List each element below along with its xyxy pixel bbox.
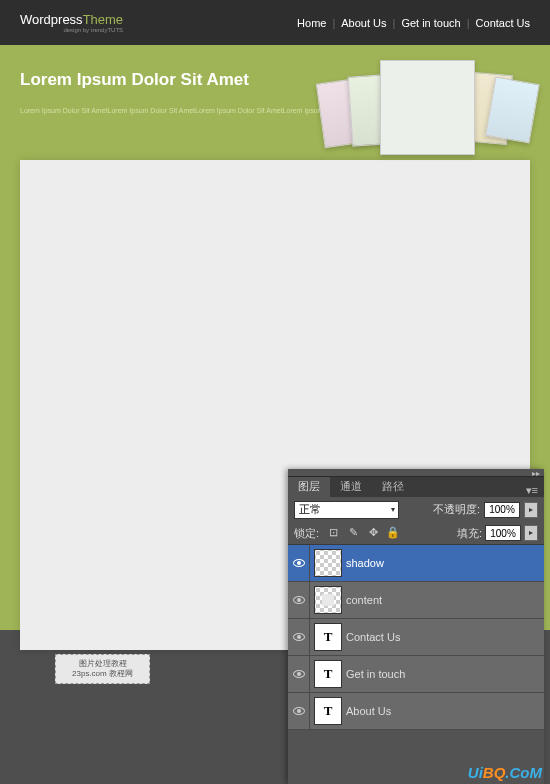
layers-panel: ▸▸ 图层 通道 路径 ▾≡ 正常 不透明度: ▸ 锁定: ⊡ ✎ ✥ 🔒 填充… — [288, 469, 544, 784]
visibility-toggle[interactable] — [288, 693, 310, 729]
template-thumbnail — [485, 77, 540, 144]
nav-contact[interactable]: Contact Us — [476, 17, 530, 29]
blend-mode-row: 正常 不透明度: ▸ — [288, 497, 544, 522]
layer-name: Contact Us — [346, 631, 400, 643]
nav-home[interactable]: Home — [297, 17, 326, 29]
layer-list: shadow content T Contact Us T Get in tou… — [288, 545, 544, 730]
lock-label: 锁定: — [294, 526, 319, 541]
lock-position-icon[interactable]: ✥ — [366, 526, 380, 540]
site-watermark-brand: UiBQ.CoM — [468, 764, 542, 781]
opacity-flyout-button[interactable]: ▸ — [524, 502, 538, 518]
eye-icon — [293, 559, 305, 567]
text-layer-icon[interactable]: T — [314, 660, 342, 688]
layer-name: shadow — [346, 557, 384, 569]
logo-tagline: design by trendyTUTS — [20, 27, 123, 33]
nav-about[interactable]: About Us — [341, 17, 386, 29]
visibility-toggle[interactable] — [288, 619, 310, 655]
layer-name: About Us — [346, 705, 391, 717]
logo-word-1: Wordpress — [20, 12, 83, 27]
lock-row: 锁定: ⊡ ✎ ✥ 🔒 填充: ▸ — [288, 522, 544, 545]
fill-input[interactable] — [485, 525, 521, 541]
panel-menu-icon[interactable]: ▾≡ — [520, 484, 544, 497]
watermark-line2: 23ps.com 教程网 — [72, 669, 133, 678]
layer-thumbnail[interactable] — [314, 586, 342, 614]
nav-separator: | — [332, 17, 335, 29]
visibility-toggle[interactable] — [288, 582, 310, 618]
logo-word-2: Theme — [83, 12, 123, 27]
lock-all-icon[interactable]: 🔒 — [386, 526, 400, 540]
layer-row-getintouch[interactable]: T Get in touch — [288, 656, 544, 693]
panel-tabs: 图层 通道 路径 ▾≡ — [288, 477, 544, 497]
tab-channels[interactable]: 通道 — [330, 476, 372, 497]
lock-paint-icon[interactable]: ✎ — [346, 526, 360, 540]
text-layer-icon[interactable]: T — [314, 623, 342, 651]
visibility-toggle[interactable] — [288, 545, 310, 581]
eye-icon — [293, 707, 305, 715]
blend-mode-select[interactable]: 正常 — [294, 501, 399, 519]
eye-icon — [293, 633, 305, 641]
opacity-label: 不透明度: — [433, 502, 480, 517]
tab-paths[interactable]: 路径 — [372, 476, 414, 497]
hero-template-showcase — [315, 55, 540, 165]
site-header: WordpressTheme design by trendyTUTS Home… — [0, 0, 550, 45]
text-layer-icon[interactable]: T — [314, 697, 342, 725]
main-nav: Home | About Us | Get in touch | Contact… — [297, 17, 530, 29]
layer-row-content[interactable]: content — [288, 582, 544, 619]
panel-topbar[interactable]: ▸▸ — [288, 469, 544, 477]
opacity-input[interactable] — [484, 502, 520, 518]
nav-get-in-touch[interactable]: Get in touch — [401, 17, 460, 29]
lock-icon-group: ⊡ ✎ ✥ 🔒 — [326, 526, 400, 540]
site-logo: WordpressTheme design by trendyTUTS — [20, 12, 123, 33]
collapse-icon[interactable]: ▸▸ — [532, 469, 540, 478]
blend-mode-value: 正常 — [299, 502, 321, 517]
layer-name: Get in touch — [346, 668, 405, 680]
tab-layers[interactable]: 图层 — [288, 476, 330, 497]
lock-transparency-icon[interactable]: ⊡ — [326, 526, 340, 540]
eye-icon — [293, 596, 305, 604]
fill-flyout-button[interactable]: ▸ — [524, 525, 538, 541]
layer-thumbnail[interactable] — [314, 549, 342, 577]
watermark-stamp: 图片处理教程 23ps.com 教程网 — [55, 654, 150, 684]
fill-label: 填充: — [457, 526, 482, 541]
nav-separator: | — [467, 17, 470, 29]
layer-row-contactus[interactable]: T Contact Us — [288, 619, 544, 656]
watermark-line1: 图片处理教程 — [79, 659, 127, 668]
visibility-toggle[interactable] — [288, 656, 310, 692]
eye-icon — [293, 670, 305, 678]
layer-name: content — [346, 594, 382, 606]
template-thumbnail-front — [380, 60, 475, 155]
nav-separator: | — [393, 17, 396, 29]
layer-row-aboutus[interactable]: T About Us — [288, 693, 544, 730]
layer-row-shadow[interactable]: shadow — [288, 545, 544, 582]
